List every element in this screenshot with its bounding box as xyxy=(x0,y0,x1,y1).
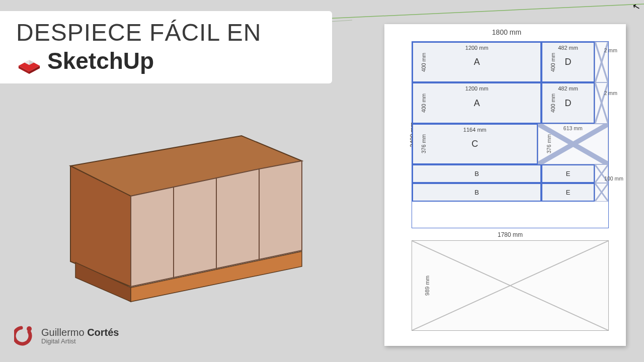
part-E-2: E xyxy=(541,183,594,202)
cabinet-3d-model xyxy=(40,121,322,312)
author-first-name: Guillermo xyxy=(41,327,85,338)
edge-waste-label-1: 2 mm xyxy=(604,47,617,53)
waste-strip-4 xyxy=(595,183,608,202)
part-A-1: 1200 mm 400 mm A xyxy=(412,42,541,82)
svg-marker-15 xyxy=(259,161,302,259)
author-subtitle: Digital Artist xyxy=(41,337,119,345)
part-C: 1164 mm 376 mm C xyxy=(412,124,538,164)
brand-row: SketchUp xyxy=(16,47,316,74)
part-B-1: B xyxy=(412,164,541,183)
part-D-2: 482 mm 400 mm D xyxy=(541,82,594,123)
title-banner: DESPIECE FÁCIL EN SketchUp xyxy=(0,11,332,83)
waste-strip-2 xyxy=(595,82,608,123)
author-signature: Guillermo Cortés Digital Artist xyxy=(14,324,119,348)
waste-bottom-area: 989 mm xyxy=(412,240,609,331)
svg-marker-13 xyxy=(174,178,216,278)
used-length-label: 1780 mm xyxy=(412,231,609,238)
brand-text: SketchUp xyxy=(47,47,154,74)
author-logo-icon xyxy=(14,324,35,348)
banner-title: DESPIECE FÁCIL EN xyxy=(16,20,316,45)
part-A-2: 1200 mm 400 mm A xyxy=(412,82,541,123)
part-B-2: B xyxy=(412,183,541,202)
edge-waste-label-2: 2 mm xyxy=(604,90,617,96)
edge-waste-label-3: 100 mm xyxy=(604,175,623,182)
cutlist-board: 2400 mm 1200 mm 400 mm A 482 mm 400 mm D… xyxy=(412,41,609,228)
board-width-label: 1800 mm xyxy=(492,28,521,36)
part-E-1: E xyxy=(541,164,594,183)
part-D-1: 482 mm 400 mm D xyxy=(541,42,594,82)
author-last-name: Cortés xyxy=(87,327,119,338)
svg-line-1 xyxy=(292,4,644,20)
waste-right-row2: 613 mm 376 mm xyxy=(538,124,608,164)
cursor-icon: ↖ xyxy=(631,0,641,13)
svg-marker-12 xyxy=(131,187,174,287)
sketchup-logo-icon xyxy=(16,48,42,74)
cutlist-sheet: 1800 mm 2400 mm 1200 mm 400 mm A 482 mm … xyxy=(384,24,626,346)
svg-marker-14 xyxy=(216,169,259,268)
